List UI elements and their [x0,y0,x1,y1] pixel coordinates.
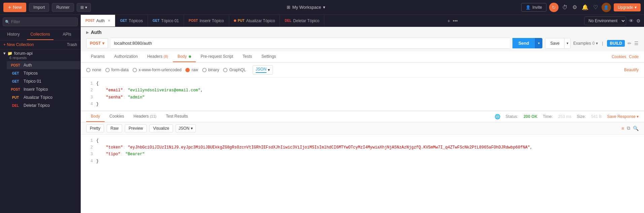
tab-authorization[interactable]: Authorization [109,51,142,62]
settings-icon[interactable]: ⚙ [571,3,578,11]
save-label: Save [550,41,559,46]
sidebar-item-collections[interactable]: Collections [27,29,54,40]
sidebar-item-apis[interactable]: APIs [53,29,80,40]
tab-pre-request[interactable]: Pre-request Script [196,51,238,62]
more-tabs-button[interactable]: ••• [453,18,458,24]
option-graphql[interactable]: GraphQL [223,68,246,72]
resp-search-button[interactable]: 🔍 [633,125,639,131]
request-item-deletar[interactable]: DEL Deletar Tópico [7,101,80,110]
topbar-center: ⊞ My Workspace ▾ [94,5,519,10]
option-binary[interactable]: binary [202,68,219,72]
history-icon[interactable]: ⏱ [561,3,569,11]
save-button[interactable]: Save [545,38,564,48]
sync-icon[interactable]: ↻ [549,3,559,12]
resp-tab-body[interactable]: Body [86,111,105,122]
resp-copy-button[interactable]: ⧉ [627,125,630,131]
edit-button[interactable]: ✏ [628,41,632,46]
size-value: 541 B [591,114,602,119]
tab-name-deletar: Deletar Tópico [293,18,319,23]
collapse-button[interactable]: ▶ [86,30,89,35]
resp-line-4: 4 } [86,158,639,165]
resp-headers-label: Headers (11) [134,114,156,119]
tab-deletar[interactable]: DEL Deletar Tópico [280,15,324,27]
request-item-inserir[interactable]: POST Inserir Tópico [7,85,80,93]
collection-subtitle: 6 requests [3,56,77,60]
request-item-topico01[interactable]: GET Tópico 01 [7,77,80,85]
option-urlencoded[interactable]: x-www-form-urlencoded [133,68,181,72]
format-pretty-button[interactable]: Pretty [86,124,104,132]
import-button[interactable]: Import [29,3,49,12]
option-form-data[interactable]: form-data [105,68,129,72]
save-response-button[interactable]: Save Response ▾ [607,114,639,119]
resp-tab-test-results[interactable]: Test Results [161,111,192,122]
send-button[interactable]: Send [512,38,535,48]
request-item-atualizar[interactable]: PUT Atualizar Tópico [7,93,80,101]
cookies-button[interactable]: Cookies [612,52,626,62]
tab-auth[interactable]: POST Auth ✕ [81,15,115,27]
tab-close-auth[interactable]: ✕ [108,19,110,23]
tab-atualizar[interactable]: PUT Atualizar Tópico [229,15,280,27]
authorization-label: Authorization [114,54,138,59]
tab-settings[interactable]: Settings [257,51,281,62]
option-none[interactable]: none [86,68,101,72]
request-item-topicos[interactable]: GET Tópicos [7,69,80,77]
format-raw-button[interactable]: Raw [107,124,122,132]
tab-topico01[interactable]: GET Tópico 01 [148,15,184,27]
request-code-editor: 1 { 2 "email": "evillyndsoliveiras@email… [81,78,644,111]
globe-icon[interactable]: 🌐 [495,114,500,119]
request-item-auth[interactable]: POST Auth [7,61,80,69]
environment-settings-button[interactable]: ⚙ [636,18,641,24]
examples-section: Examples 0 ▾ [573,41,598,46]
notification-icon[interactable]: 🔔 [581,3,589,11]
avatar-image: 👤 [604,5,609,10]
line-num-4: 4 [86,101,93,108]
new-collection-button[interactable]: + New Collection [3,42,34,47]
search-input[interactable] [3,17,78,26]
resp-tab-cookies[interactable]: Cookies [105,111,129,122]
apis-tab-label: APIs [63,32,71,37]
tab-topicos[interactable]: GET Tópicos [115,15,148,27]
heart-icon[interactable]: ♡ [592,3,599,11]
code-button[interactable]: Code [629,52,639,62]
trash-button[interactable]: Trash [67,42,77,47]
save-dropdown-button[interactable]: ▾ [564,38,570,48]
avatar[interactable]: 👤 [602,3,611,12]
resp-clear-button[interactable]: ≡ [621,125,624,131]
environment-eye-button[interactable]: 👁 [629,18,634,24]
resp-tab-headers[interactable]: Headers (11) [129,111,161,122]
send-dropdown-button[interactable]: ▾ [535,38,542,48]
runner-button[interactable]: Runner [52,3,74,12]
option-raw[interactable]: raw [185,68,198,72]
json-format-select[interactable]: JSON ▾ [253,65,273,75]
beautify-button[interactable]: Beautify [624,68,639,72]
build-label[interactable]: BUILD [607,40,625,47]
method-select[interactable]: POST ▾ [86,38,108,48]
response-format-bar: Pretty Raw Preview Visualize JSON ▾ ≡ ⧉ [81,122,644,135]
tab-headers[interactable]: Headers (8) [142,51,173,62]
upgrade-button[interactable]: Upgrade ▾ [614,3,641,11]
tab-body[interactable]: Body [173,51,196,62]
layout-icon-button[interactable]: ⊞ ▾ [77,3,91,12]
size-label: Size: [577,114,586,119]
json-dropdown-icon: ▾ [268,68,270,72]
sidebar-item-history[interactable]: History [0,29,27,40]
url-input[interactable] [111,38,510,49]
docs-button[interactable]: ☰ [634,41,639,46]
response-tabs-bar: Body Cookies Headers (11) Test Results 🌐… [81,111,644,122]
invite-button[interactable]: 👤 Invite [521,3,546,12]
format-preview-button[interactable]: Preview [125,124,147,132]
workspace-label: My Workspace [292,5,321,10]
add-tab-button[interactable]: + [448,18,450,24]
response-json-select[interactable]: JSON ▾ [176,124,196,132]
tab-name-auth: Auth [96,18,105,23]
response-actions: ≡ ⧉ 🔍 [621,125,639,131]
tab-tests[interactable]: Tests [238,51,257,62]
workspace-button[interactable]: ⊞ My Workspace ▾ [287,5,326,10]
tab-inserir[interactable]: POST Inserir Tópico [184,15,229,27]
new-button[interactable]: + New [3,3,26,12]
cookies-label: Cookies [612,54,626,59]
format-visualize-button[interactable]: Visualize [149,124,173,132]
collection-item-forum-api[interactable]: ▾ 📁 forum-api 6 requests [0,49,80,61]
tab-params[interactable]: Params [86,51,109,62]
environment-select[interactable]: No Environment [584,16,626,25]
